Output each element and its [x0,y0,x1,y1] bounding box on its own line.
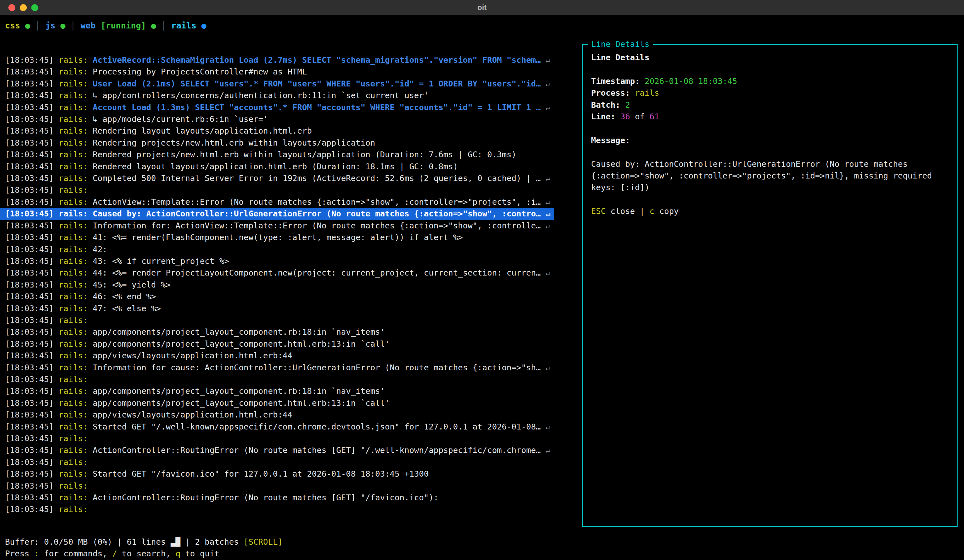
log-row[interactable]: [18:03:45] rails: 45: <%= yield %> [0,279,171,291]
close-window-button[interactable] [8,4,15,11]
log-row[interactable]: [18:03:45] rails: [0,373,88,385]
scroll-position-indicator: ▃█ [171,537,181,547]
tab-js[interactable]: js ● [45,21,65,30]
field-value: of [630,112,650,121]
tab-rails[interactable]: rails ● [171,21,207,30]
log-message: Started GET "/.well-known/appspecific/co… [93,422,541,431]
log-message: Started GET "/favicon.ico" for 127.0.0.1… [93,469,429,479]
log-row[interactable]: [18:03:45] rails: app/components/project… [0,385,385,397]
log-message: 47: <% else %> [93,304,161,313]
log-timestamp: [18:03:45] [5,304,59,313]
log-process-name: rails: [59,268,93,277]
log-timestamp: [18:03:45] [5,256,59,266]
log-timestamp: [18:03:45] [5,339,59,348]
field-label: Timestamp: [591,77,645,86]
log-row[interactable]: [18:03:45] rails: app/views/layouts/appl… [0,350,292,361]
zoom-window-button[interactable] [31,4,38,11]
log-row[interactable]: [18:03:45] rails: Started GET "/favicon.… [0,468,429,480]
tab-css[interactable]: css ● [5,21,30,30]
minimize-window-button[interactable] [20,4,27,11]
wrap-marker-icon: ↵ [541,363,550,372]
field-value: 61 [650,112,659,121]
log-row[interactable]: [18:03:45] rails: app/components/project… [0,397,390,409]
log-timestamp: [18:03:45] [5,469,59,479]
log-row[interactable]: [18:03:45] rails: Rendered layout layout… [0,161,458,173]
log-timestamp: [18:03:45] [5,268,59,277]
log-row[interactable]: [18:03:45] rails: [0,480,88,492]
log-row[interactable]: [18:03:45] rails: ActionView::Template::… [0,196,550,208]
log-timestamp: [18:03:45] [5,162,59,171]
log-message: app/components/project_layout_component.… [93,339,390,348]
log-timestamp: [18:03:45] [5,316,59,325]
log-row[interactable]: [18:03:45] rails: [0,503,88,515]
log-row[interactable]: [18:03:45] rails: ActiveRecord::SchemaMi… [0,54,550,66]
log-process-name: rails: [59,386,93,396]
log-row[interactable]: [18:03:45] rails: Rendering projects/new… [0,137,375,149]
spacer [591,122,948,134]
log-row[interactable]: [18:03:45] rails: Information for: Actio… [0,220,550,231]
log-process-name: rails: [59,67,93,77]
log-row[interactable]: [18:03:45] rails: app/components/project… [0,338,390,350]
process-tabbar: css ●│js ●│web [running] ●│rails ● [0,15,964,36]
log-row[interactable]: [18:03:45] rails: Information for cause:… [0,362,550,373]
log-row[interactable]: [18:03:45] rails: Started GET "/.well-kn… [0,421,550,433]
text-segment: | 2 batches [181,537,244,547]
text-segment: to search, [117,549,176,558]
log-row[interactable]: [18:03:45] rails: ActionController::Rout… [0,444,550,456]
log-process-name: rails: [59,316,88,325]
message-label: Message: [591,134,948,146]
panel-heading: Line Details [591,52,948,63]
log-row[interactable]: [18:03:45] rails: 47: <% else %> [0,303,161,314]
log-row[interactable]: [18:03:45] rails: Rendered projects/new.… [0,149,516,160]
log-row[interactable]: [18:03:45] rails: app/components/project… [0,326,385,338]
log-row[interactable]: [18:03:45] rails: ↳ app/controllers/conc… [0,90,429,101]
text-segment: close | [606,207,650,216]
tab-separator: │ [70,21,76,30]
log-row[interactable]: [18:03:45] rails: 46: <% end %> [0,291,156,302]
log-row[interactable]: [18:03:45] rails: 43: <% if current_proj… [0,255,229,267]
log-process-name: rails: [59,505,88,514]
log-row[interactable]: [18:03:45] rails: User Load (2.1ms) SELE… [0,78,550,90]
log-process-name: rails: [59,79,93,88]
log-process-name: rails: [59,162,93,171]
log-message: 45: <%= yield %> [93,280,171,290]
field-label: Process: [591,88,635,98]
log-row[interactable]: [18:03:45] rails: ↳ app/models/current.r… [0,113,268,125]
log-row[interactable]: [18:03:45] rails: 41: <%= render(FlashCo… [0,231,463,243]
log-row[interactable]: [18:03:45] rails: app/views/layouts/appl… [0,409,292,420]
log-message: Rendering projects/new.html.erb within l… [93,138,375,148]
field-value: 2026-01-08 18:03:45 [645,77,737,86]
log-timestamp: [18:03:45] [5,410,59,420]
detail-field-process: Process: rails [591,87,948,99]
log-row[interactable]: [18:03:45] rails: ActionController::Rout… [0,492,438,503]
log-timestamp: [18:03:45] [5,150,59,159]
log-row[interactable]: [18:03:45] rails: Processing by Projects… [0,66,307,78]
log-row[interactable]: [18:03:45] rails: Completed 500 Internal… [0,173,550,184]
log-row[interactable]: [18:03:45] rails: Rendering layout layou… [0,125,312,137]
log-message: ActiveRecord::SchemaMigration Load (2.7m… [93,55,541,65]
log-row[interactable]: [18:03:45] rails: [0,184,88,196]
spacer [591,194,948,205]
log-row[interactable]: [18:03:45] rails: [0,433,88,444]
window-controls [0,4,38,11]
log-row[interactable]: [18:03:45] rails: 44: <%= render Project… [0,267,550,278]
log-row-selected[interactable]: [18:03:45] rails: Caused by: ActionContr… [0,208,554,220]
esc-key-hint: ESC [591,207,606,216]
log-row[interactable]: [18:03:45] rails: Account Load (1.3ms) S… [0,101,550,113]
log-process-name: rails: [59,304,93,313]
log-process-name: rails: [59,469,93,479]
log-timestamp: [18:03:45] [5,493,59,502]
log-timestamp: [18:03:45] [5,221,59,230]
log-row[interactable]: [18:03:45] rails: [0,314,88,326]
tab-label: js [45,21,55,30]
log-timestamp: [18:03:45] [5,374,59,384]
buffer-statusbar: Buffer: 0.0/50 MB (0%) | 61 lines ▃█ | 2… [0,536,964,548]
log-row[interactable]: [18:03:45] rails: 42: [0,243,107,255]
log-process-name: rails: [59,351,93,360]
tab-web[interactable]: web [running] ● [81,21,156,30]
window-titlebar: oit [0,0,964,15]
log-timestamp: [18:03:45] [5,79,59,88]
log-row[interactable]: [18:03:45] rails: [0,456,88,468]
log-process-name: rails: [59,185,88,195]
tab-status-dot-icon: ● [20,21,30,30]
